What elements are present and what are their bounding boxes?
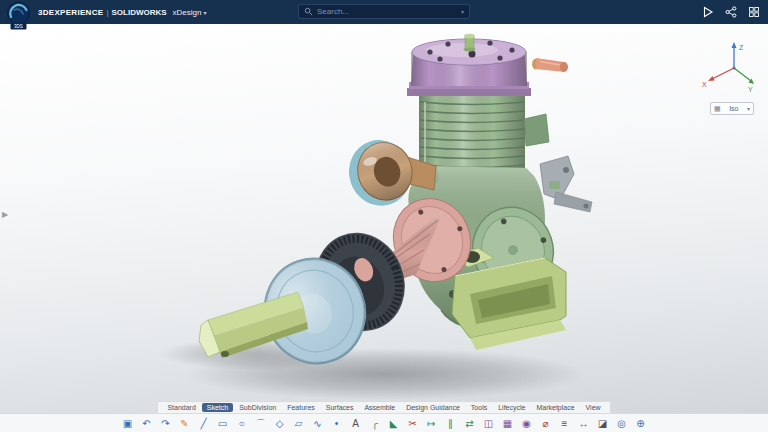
engine-model[interactable] — [0, 24, 768, 432]
undo-icon[interactable]: ↶ — [139, 416, 155, 431]
fillet-icon[interactable]: ╭ — [367, 416, 383, 431]
line-icon[interactable]: ╱ — [196, 416, 212, 431]
app-window: 3DEXPERIENCE | SOLIDWORKS xDesign ▾ ▾ — [0, 0, 768, 432]
fuel-nipple-part[interactable] — [532, 58, 568, 72]
tab-tools[interactable]: Tools — [466, 403, 492, 412]
search-icon — [304, 7, 313, 16]
measure-icon[interactable]: ↔ — [576, 416, 592, 431]
text-icon[interactable]: A — [348, 416, 364, 431]
z-axis-label: Z — [739, 44, 744, 51]
search-bar[interactable]: ▾ — [298, 4, 470, 19]
redo-icon[interactable]: ↷ — [158, 416, 174, 431]
view-selector-label: Iso — [729, 105, 738, 112]
constraint-icon[interactable]: ≡ — [557, 416, 573, 431]
view-selector[interactable]: ▦ Iso ▾ — [710, 102, 754, 115]
brand-solidworks: SOLIDWORKS — [111, 8, 166, 17]
save-icon[interactable]: ▣ — [120, 416, 136, 431]
search-input[interactable] — [317, 7, 457, 16]
tab-assemble[interactable]: Assemble — [359, 403, 400, 412]
spline-icon[interactable]: ∿ — [310, 416, 326, 431]
top-bar: 3DEXPERIENCE | SOLIDWORKS xDesign ▾ ▾ — [0, 0, 768, 24]
dimension-icon[interactable]: ⌀ — [538, 416, 554, 431]
view-cube-icon: ▦ — [714, 105, 721, 113]
cylinder-head-part[interactable] — [407, 34, 531, 96]
polygon-icon[interactable]: ◇ — [272, 416, 288, 431]
3ds-compass-logo[interactable]: 3DS — [5, 1, 32, 30]
header-actions — [702, 0, 760, 24]
tab-lifecycle[interactable]: Lifecycle — [493, 403, 530, 412]
arc-icon[interactable]: ⌒ — [253, 416, 269, 431]
logo-tag-text: 3DS — [14, 24, 23, 29]
slot-icon[interactable]: ▱ — [291, 416, 307, 431]
rectangle-icon[interactable]: ▭ — [215, 416, 231, 431]
needle-knob[interactable] — [464, 34, 476, 52]
view-selector-chevron-icon: ▾ — [747, 105, 750, 112]
toolbar: ▣↶↷✎╱▭○⌒◇▱∿•A╭◣✂↦∥⇄◫▦◉⌀≡↔◪◎⊕ — [0, 413, 768, 432]
offset-icon[interactable]: ∥ — [443, 416, 459, 431]
trim-icon[interactable]: ✂ — [405, 416, 421, 431]
tab-surfaces[interactable]: Surfaces — [321, 403, 359, 412]
sketch-icon[interactable]: ✎ — [177, 416, 193, 431]
tab-features[interactable]: Features — [282, 403, 320, 412]
throttle-linkage-part[interactable] — [540, 156, 592, 212]
extend-icon[interactable]: ↦ — [424, 416, 440, 431]
tab-standard[interactable]: Standard — [162, 403, 200, 412]
tab-design-guidance[interactable]: Design Guidance — [401, 403, 465, 412]
orientation-triad[interactable]: Z X Y — [698, 38, 756, 96]
z-axis-arrow-icon — [732, 42, 737, 48]
tab-subdivision[interactable]: SubDivision — [234, 403, 281, 412]
chamfer-icon[interactable]: ◣ — [386, 416, 402, 431]
zoom-fit-icon[interactable]: ⊕ — [633, 416, 649, 431]
convert-icon[interactable]: ⇄ — [462, 416, 478, 431]
viewport[interactable]: Z X Y ▦ Iso ▾ ▶ — [0, 24, 768, 432]
circular-pattern-icon[interactable]: ◉ — [519, 416, 535, 431]
center-screw — [469, 51, 476, 58]
circle-icon[interactable]: ○ — [234, 416, 250, 431]
x-axis-arrow-icon — [708, 76, 715, 81]
y-axis-label: Y — [748, 86, 753, 93]
search-chevron-down-icon[interactable]: ▾ — [461, 8, 464, 15]
brand-separator: | — [106, 8, 108, 17]
x-axis-label: X — [702, 81, 707, 88]
view-icon[interactable]: ◎ — [614, 416, 630, 431]
app-name: xDesign — [173, 8, 202, 17]
mirror-icon[interactable]: ◫ — [481, 416, 497, 431]
brand-3dexperience: 3DEXPERIENCE — [38, 8, 103, 17]
panel-expand-arrow[interactable]: ▶ — [2, 210, 8, 219]
ribbon-tabs: StandardSketchSubDivisionFeaturesSurface… — [157, 401, 610, 413]
section-icon[interactable]: ◪ — [595, 416, 611, 431]
apps-grid-icon[interactable] — [748, 6, 760, 18]
tab-sketch[interactable]: Sketch — [202, 403, 233, 412]
brand: 3DEXPERIENCE | SOLIDWORKS — [38, 8, 167, 17]
play-icon[interactable] — [702, 6, 714, 18]
tab-marketplace[interactable]: Marketplace — [531, 403, 579, 412]
share-icon[interactable] — [725, 6, 737, 18]
chevron-down-icon: ▾ — [204, 9, 207, 16]
point-icon[interactable]: • — [329, 416, 345, 431]
cylinder-part[interactable] — [419, 96, 549, 172]
app-switcher[interactable]: xDesign ▾ — [173, 8, 207, 17]
tab-view[interactable]: View — [581, 403, 606, 412]
action-bar: StandardSketchSubDivisionFeaturesSurface… — [0, 401, 768, 413]
linear-pattern-icon[interactable]: ▦ — [500, 416, 516, 431]
